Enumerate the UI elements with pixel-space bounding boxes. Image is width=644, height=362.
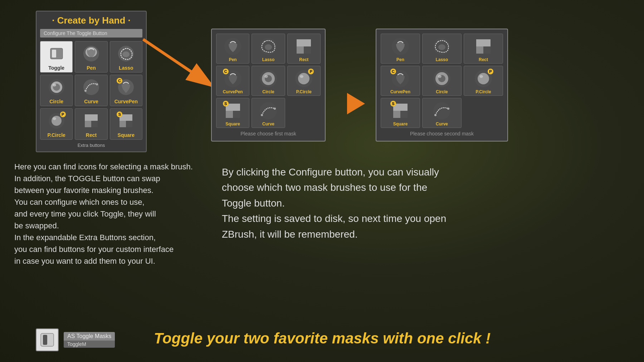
- svg-point-38: [300, 75, 303, 78]
- mask-pcircle-icon: P: [293, 68, 314, 89]
- mask2-rect-icon: [473, 36, 494, 57]
- lasso-icon: [116, 44, 136, 64]
- curvepen-icon: C: [116, 77, 136, 97]
- svg-rect-18: [85, 114, 98, 121]
- mask-pen-icon: [222, 36, 244, 57]
- mask2-curvepen[interactable]: C CurvePen: [381, 66, 420, 96]
- brush-label-pcircle: P.Circle: [47, 132, 65, 138]
- mask-pcircle-label: P.Circle: [296, 89, 312, 94]
- svg-point-42: [260, 102, 277, 119]
- mask-lasso-icon: [258, 36, 279, 57]
- mask2-pen-label: Pen: [396, 57, 404, 62]
- first-mask-choose-text: Please choose first mask: [216, 131, 321, 137]
- mask-curvepen[interactable]: C CurvePen: [216, 66, 249, 96]
- brush-label-lasso: Lasso: [119, 65, 133, 71]
- svg-marker-45: [347, 93, 365, 114]
- svg-point-12: [96, 83, 98, 85]
- svg-rect-1: [52, 50, 56, 58]
- extra-buttons-label: Extra buttons: [40, 143, 142, 148]
- brush-label-circle: Circle: [49, 99, 63, 104]
- brush-item-square[interactable]: S Square: [110, 108, 142, 140]
- mask-rect-icon: [293, 36, 314, 57]
- mask2-pcircle-icon: P: [473, 68, 494, 89]
- brush-item-rect[interactable]: Rect: [75, 108, 107, 140]
- mask2-pen-icon: [390, 36, 411, 57]
- mask-square[interactable]: S Square: [216, 98, 249, 128]
- svg-point-16: [53, 117, 56, 120]
- svg-point-35: [264, 75, 268, 78]
- second-mask-grid: Pen Lasso Rect: [381, 34, 503, 128]
- svg-point-15: [52, 116, 62, 126]
- svg-rect-30: [297, 46, 304, 54]
- svg-rect-51: [476, 46, 483, 54]
- svg-rect-50: [476, 39, 491, 46]
- mask-circle[interactable]: Circle: [252, 66, 285, 96]
- svg-rect-29: [297, 39, 311, 46]
- toggle-name: AS Toggle Masks: [64, 332, 115, 341]
- mask2-square[interactable]: S Square: [381, 98, 420, 128]
- svg-rect-62: [393, 111, 400, 118]
- mask-curve-icon: [258, 100, 279, 122]
- square-icon: S: [116, 111, 136, 131]
- mask-pen[interactable]: Pen: [216, 34, 249, 64]
- mask2-lasso-label: Lasso: [436, 57, 448, 62]
- svg-point-48: [438, 44, 445, 50]
- svg-point-44: [274, 108, 276, 110]
- brush-item-pen[interactable]: Pen: [75, 41, 107, 73]
- mask-curve[interactable]: Curve: [252, 98, 285, 128]
- svg-point-5: [122, 51, 130, 57]
- toggle-icon-box[interactable]: [36, 328, 59, 351]
- pcircle-icon: P: [47, 111, 67, 131]
- mask2-lasso[interactable]: Lasso: [422, 34, 462, 64]
- mask2-circle-icon: [431, 68, 453, 89]
- svg-point-59: [479, 75, 483, 78]
- brush-label-curve: Curve: [84, 99, 98, 104]
- svg-rect-22: [119, 121, 126, 127]
- mask-rect-label: Rect: [299, 57, 308, 62]
- toggle-button-icon: [39, 332, 55, 348]
- brush-item-toggle[interactable]: Toggle: [40, 41, 73, 73]
- svg-rect-67: [43, 335, 47, 345]
- mask-curvepen-icon: C: [222, 68, 244, 89]
- svg-point-11: [84, 90, 87, 92]
- mask2-curvepen-icon: C: [390, 68, 411, 89]
- bottom-toggle-section: AS Toggle Masks ToggleM: [36, 328, 115, 351]
- first-mask-grid: Pen Lasso Rect: [216, 34, 321, 128]
- brush-item-pcircle[interactable]: P P.Circle: [40, 108, 73, 140]
- brush-item-curve[interactable]: Curve: [75, 75, 107, 106]
- mask2-circle-label: Circle: [436, 89, 448, 94]
- mask2-lasso-icon: [431, 36, 453, 57]
- description-left: Here you can find icons for selecting a …: [14, 161, 218, 267]
- brush-item-curvepen[interactable]: C CurvePen: [110, 75, 142, 106]
- svg-point-58: [478, 73, 489, 84]
- mask-curve-label: Curve: [262, 122, 274, 127]
- configure-button[interactable]: Configure The Toggle Button: [40, 29, 142, 38]
- brush-label-rect: Rect: [86, 132, 97, 138]
- toggle-icon: [47, 44, 67, 64]
- mask2-pcircle[interactable]: P P.Circle: [464, 66, 503, 96]
- brush-grid: Toggle Pen Lass: [40, 41, 142, 140]
- toggle-shortcut: ToggleM: [64, 341, 115, 348]
- circle-icon: [47, 77, 67, 97]
- mask-pen-label: Pen: [229, 57, 237, 62]
- mask2-curve-icon: [431, 100, 453, 122]
- tagline: Toggle your two favorite masks with one …: [154, 330, 491, 347]
- mask2-curve-label: Curve: [436, 122, 448, 127]
- mask-lasso-label: Lasso: [262, 57, 275, 62]
- mask-lasso[interactable]: Lasso: [252, 34, 285, 64]
- mask2-rect[interactable]: Rect: [464, 34, 503, 64]
- mask2-pen[interactable]: Pen: [381, 34, 420, 64]
- mask2-circle[interactable]: Circle: [422, 66, 462, 96]
- mask2-curve[interactable]: Curve: [422, 98, 462, 128]
- mask-pcircle[interactable]: P P.Circle: [287, 66, 321, 96]
- brush-item-lasso[interactable]: Lasso: [110, 41, 142, 73]
- brush-label-pen: Pen: [87, 65, 96, 71]
- mask-circle-icon: [258, 68, 279, 89]
- svg-point-64: [434, 114, 436, 116]
- mask-rect[interactable]: Rect: [287, 34, 321, 64]
- brush-label-toggle: Toggle: [48, 65, 64, 71]
- brush-item-circle[interactable]: Circle: [40, 75, 73, 106]
- svg-point-63: [433, 102, 450, 119]
- create-by-hand-panel: · Create by Hand · Configure The Toggle …: [36, 11, 147, 152]
- mask2-curvepen-label: CurvePen: [390, 89, 410, 94]
